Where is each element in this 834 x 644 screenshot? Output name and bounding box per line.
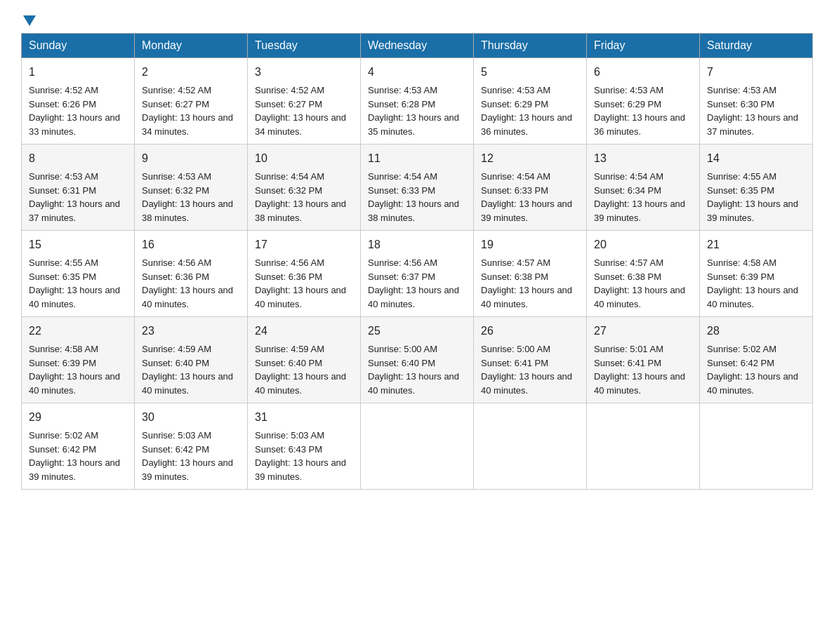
day-info: Sunrise: 4:52 AMSunset: 6:27 PMDaylight:…	[255, 85, 346, 137]
day-info: Sunrise: 4:52 AMSunset: 6:26 PMDaylight:…	[29, 85, 120, 137]
day-info: Sunrise: 4:54 AMSunset: 6:34 PMDaylight:…	[594, 171, 685, 223]
day-number: 27	[594, 323, 692, 340]
day-number: 8	[29, 150, 127, 167]
calendar-header-friday: Friday	[587, 34, 700, 58]
day-number: 16	[142, 236, 240, 253]
calendar-cell: 25 Sunrise: 5:00 AMSunset: 6:40 PMDaylig…	[361, 317, 474, 403]
day-number: 10	[255, 150, 353, 167]
day-info: Sunrise: 4:53 AMSunset: 6:28 PMDaylight:…	[368, 85, 459, 137]
calendar-cell: 7 Sunrise: 4:53 AMSunset: 6:30 PMDayligh…	[700, 58, 813, 145]
day-number: 7	[707, 64, 805, 81]
day-number: 11	[368, 150, 466, 167]
day-info: Sunrise: 4:54 AMSunset: 6:33 PMDaylight:…	[368, 171, 459, 223]
day-number: 22	[29, 323, 127, 340]
calendar-cell: 9 Sunrise: 4:53 AMSunset: 6:32 PMDayligh…	[135, 145, 248, 231]
calendar-cell: 31 Sunrise: 5:03 AMSunset: 6:43 PMDaylig…	[248, 403, 361, 490]
calendar-cell: 8 Sunrise: 4:53 AMSunset: 6:31 PMDayligh…	[22, 145, 135, 231]
calendar-cell: 12 Sunrise: 4:54 AMSunset: 6:33 PMDaylig…	[474, 145, 587, 231]
calendar-cell: 17 Sunrise: 4:56 AMSunset: 6:36 PMDaylig…	[248, 231, 361, 317]
day-info: Sunrise: 4:56 AMSunset: 6:36 PMDaylight:…	[255, 257, 346, 309]
day-info: Sunrise: 4:53 AMSunset: 6:32 PMDaylight:…	[142, 171, 233, 223]
day-number: 18	[368, 236, 466, 253]
day-info: Sunrise: 5:03 AMSunset: 6:43 PMDaylight:…	[255, 430, 346, 482]
day-number: 25	[368, 323, 466, 340]
day-info: Sunrise: 4:57 AMSunset: 6:38 PMDaylight:…	[481, 257, 572, 309]
calendar-cell: 24 Sunrise: 4:59 AMSunset: 6:40 PMDaylig…	[248, 317, 361, 403]
day-number: 14	[707, 150, 805, 167]
calendar-week-row: 8 Sunrise: 4:53 AMSunset: 6:31 PMDayligh…	[22, 145, 813, 231]
day-number: 26	[481, 323, 579, 340]
calendar-cell: 5 Sunrise: 4:53 AMSunset: 6:29 PMDayligh…	[474, 58, 587, 145]
calendar-header-tuesday: Tuesday	[248, 34, 361, 58]
day-number: 9	[142, 150, 240, 167]
day-info: Sunrise: 4:58 AMSunset: 6:39 PMDaylight:…	[29, 344, 120, 396]
day-number: 30	[142, 409, 240, 426]
day-info: Sunrise: 5:00 AMSunset: 6:41 PMDaylight:…	[481, 344, 572, 396]
logo-triangle-icon	[23, 15, 36, 26]
day-info: Sunrise: 4:54 AMSunset: 6:32 PMDaylight:…	[255, 171, 346, 223]
calendar-cell: 21 Sunrise: 4:58 AMSunset: 6:39 PMDaylig…	[700, 231, 813, 317]
page-header	[21, 14, 813, 25]
calendar-week-row: 22 Sunrise: 4:58 AMSunset: 6:39 PMDaylig…	[22, 317, 813, 403]
calendar-cell: 30 Sunrise: 5:03 AMSunset: 6:42 PMDaylig…	[135, 403, 248, 490]
calendar-header-sunday: Sunday	[22, 34, 135, 58]
calendar-cell: 15 Sunrise: 4:55 AMSunset: 6:35 PMDaylig…	[22, 231, 135, 317]
calendar-cell: 4 Sunrise: 4:53 AMSunset: 6:28 PMDayligh…	[361, 58, 474, 145]
calendar-table: SundayMondayTuesdayWednesdayThursdayFrid…	[21, 33, 813, 490]
day-info: Sunrise: 5:01 AMSunset: 6:41 PMDaylight:…	[594, 344, 685, 396]
calendar-week-row: 15 Sunrise: 4:55 AMSunset: 6:35 PMDaylig…	[22, 231, 813, 317]
day-number: 5	[481, 64, 579, 81]
day-info: Sunrise: 4:53 AMSunset: 6:30 PMDaylight:…	[707, 85, 798, 137]
calendar-cell: 27 Sunrise: 5:01 AMSunset: 6:41 PMDaylig…	[587, 317, 700, 403]
day-info: Sunrise: 4:56 AMSunset: 6:37 PMDaylight:…	[368, 257, 459, 309]
calendar-week-row: 1 Sunrise: 4:52 AMSunset: 6:26 PMDayligh…	[22, 58, 813, 145]
day-number: 6	[594, 64, 692, 81]
logo	[21, 14, 36, 25]
calendar-cell: 20 Sunrise: 4:57 AMSunset: 6:38 PMDaylig…	[587, 231, 700, 317]
day-info: Sunrise: 4:57 AMSunset: 6:38 PMDaylight:…	[594, 257, 685, 309]
calendar-header-row: SundayMondayTuesdayWednesdayThursdayFrid…	[22, 34, 813, 58]
calendar-cell	[361, 403, 474, 490]
day-info: Sunrise: 5:00 AMSunset: 6:40 PMDaylight:…	[368, 344, 459, 396]
calendar-header-thursday: Thursday	[474, 34, 587, 58]
calendar-cell: 29 Sunrise: 5:02 AMSunset: 6:42 PMDaylig…	[22, 403, 135, 490]
day-info: Sunrise: 4:53 AMSunset: 6:29 PMDaylight:…	[594, 85, 685, 137]
calendar-cell: 16 Sunrise: 4:56 AMSunset: 6:36 PMDaylig…	[135, 231, 248, 317]
day-number: 23	[142, 323, 240, 340]
day-number: 13	[594, 150, 692, 167]
calendar-cell: 14 Sunrise: 4:55 AMSunset: 6:35 PMDaylig…	[700, 145, 813, 231]
day-info: Sunrise: 4:52 AMSunset: 6:27 PMDaylight:…	[142, 85, 233, 137]
day-info: Sunrise: 4:53 AMSunset: 6:29 PMDaylight:…	[481, 85, 572, 137]
calendar-cell: 13 Sunrise: 4:54 AMSunset: 6:34 PMDaylig…	[587, 145, 700, 231]
calendar-cell: 23 Sunrise: 4:59 AMSunset: 6:40 PMDaylig…	[135, 317, 248, 403]
calendar-cell: 22 Sunrise: 4:58 AMSunset: 6:39 PMDaylig…	[22, 317, 135, 403]
day-number: 29	[29, 409, 127, 426]
day-info: Sunrise: 4:59 AMSunset: 6:40 PMDaylight:…	[142, 344, 233, 396]
day-number: 20	[594, 236, 692, 253]
day-info: Sunrise: 4:53 AMSunset: 6:31 PMDaylight:…	[29, 171, 120, 223]
day-number: 31	[255, 409, 353, 426]
calendar-cell: 19 Sunrise: 4:57 AMSunset: 6:38 PMDaylig…	[474, 231, 587, 317]
calendar-week-row: 29 Sunrise: 5:02 AMSunset: 6:42 PMDaylig…	[22, 403, 813, 490]
day-info: Sunrise: 4:58 AMSunset: 6:39 PMDaylight:…	[707, 257, 798, 309]
day-info: Sunrise: 4:59 AMSunset: 6:40 PMDaylight:…	[255, 344, 346, 396]
calendar-cell: 3 Sunrise: 4:52 AMSunset: 6:27 PMDayligh…	[248, 58, 361, 145]
day-number: 21	[707, 236, 805, 253]
day-number: 17	[255, 236, 353, 253]
day-info: Sunrise: 4:55 AMSunset: 6:35 PMDaylight:…	[29, 257, 120, 309]
day-number: 24	[255, 323, 353, 340]
day-number: 3	[255, 64, 353, 81]
day-number: 12	[481, 150, 579, 167]
calendar-cell: 28 Sunrise: 5:02 AMSunset: 6:42 PMDaylig…	[700, 317, 813, 403]
day-number: 2	[142, 64, 240, 81]
calendar-cell: 11 Sunrise: 4:54 AMSunset: 6:33 PMDaylig…	[361, 145, 474, 231]
calendar-cell: 2 Sunrise: 4:52 AMSunset: 6:27 PMDayligh…	[135, 58, 248, 145]
calendar-cell	[474, 403, 587, 490]
day-info: Sunrise: 4:55 AMSunset: 6:35 PMDaylight:…	[707, 171, 798, 223]
day-number: 1	[29, 64, 127, 81]
calendar-cell: 1 Sunrise: 4:52 AMSunset: 6:26 PMDayligh…	[22, 58, 135, 145]
day-info: Sunrise: 5:02 AMSunset: 6:42 PMDaylight:…	[29, 430, 120, 482]
calendar-header-wednesday: Wednesday	[361, 34, 474, 58]
calendar-header-monday: Monday	[135, 34, 248, 58]
day-info: Sunrise: 5:02 AMSunset: 6:42 PMDaylight:…	[707, 344, 798, 396]
